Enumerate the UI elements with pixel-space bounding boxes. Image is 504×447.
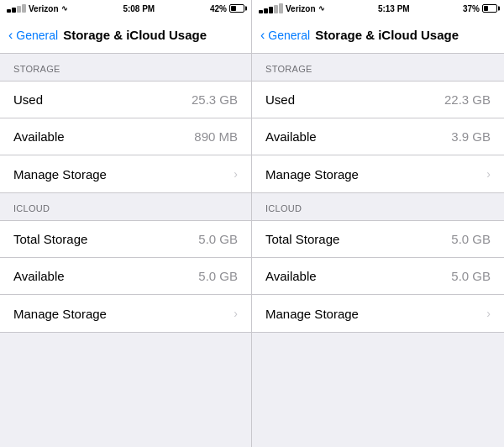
icloud-item-label: Total Storage [13,232,87,246]
icloud-list-group: Total Storage 5.0 GB Available 5.0 GB Ma… [252,220,504,333]
battery-percent-label: 42% [210,4,227,13]
icloud-item-right: 5.0 GB [198,232,238,246]
time-label: 5:08 PM [123,4,155,13]
battery-container [229,4,244,13]
storage-item-label: Available [13,129,65,144]
storage-section-header: STORAGE [0,54,251,81]
content-area: STORAGE Used 22.3 GB Available 3.9 GB Ma… [252,54,504,447]
status-bar: Verizon ∿ 5:08 PM 42% [0,0,251,17]
content-area: STORAGE Used 25.3 GB Available 890 MB Ma… [0,54,251,447]
icloud-list-group: Total Storage 5.0 GB Available 5.0 GB Ma… [0,220,251,333]
icloud-item-right: 5.0 GB [451,232,491,246]
storage-list-group: Used 25.3 GB Available 890 MB Manage Sto… [0,81,251,193]
chevron-icon: › [234,167,238,181]
nav-bar: ‹ General Storage & iCloud Usage [0,17,251,54]
icloud-item-label: Available [265,269,317,283]
battery-fill [484,6,488,11]
page-title: Storage & iCloud Usage [63,28,207,42]
icloud-item-2[interactable]: Manage Storage › [252,295,504,332]
carrier-label: Verizon [286,4,316,13]
back-button[interactable]: ‹ General [8,28,58,43]
back-chevron-icon: ‹ [260,28,265,43]
icloud-item-right: 5.0 GB [198,269,238,283]
chevron-icon: › [486,167,491,181]
status-left: Verizon ∿ [259,3,325,13]
time-label: 5:13 PM [378,4,410,13]
status-bar: Verizon ∿ 5:13 PM 37% [252,0,504,17]
icloud-item-1: Available 5.0 GB [0,258,251,295]
storage-item-value: 22.3 GB [444,92,491,107]
storage-item-label: Used [13,92,43,107]
storage-item-value: 3.9 GB [451,129,491,144]
wifi-icon: ∿ [61,4,68,13]
chevron-icon: › [486,307,491,320]
icloud-item-label: Total Storage [265,232,339,246]
back-label: General [268,29,310,42]
icloud-item-value: 5.0 GB [198,232,238,246]
storage-item-label: Manage Storage [13,167,107,181]
storage-item-2[interactable]: Manage Storage › [0,155,251,192]
battery-icon [229,4,244,13]
storage-item-0: Used 22.3 GB [252,82,504,118]
icloud-item-0: Total Storage 5.0 GB [0,221,251,258]
icloud-item-0: Total Storage 5.0 GB [252,221,504,258]
storage-item-right: › [483,167,491,181]
wifi-icon: ∿ [318,4,325,13]
storage-item-value: 25.3 GB [192,92,238,107]
icloud-item-label: Manage Storage [13,307,107,321]
back-button[interactable]: ‹ General [260,28,310,43]
storage-item-1: Available 3.9 GB [252,118,504,155]
icloud-item-1: Available 5.0 GB [252,258,504,295]
phone-panel-left: Verizon ∿ 5:08 PM 42% ‹ General [0,0,252,447]
icloud-item-value: 5.0 GB [451,232,491,246]
icloud-item-2[interactable]: Manage Storage › [0,295,251,332]
icloud-item-label: Available [13,269,65,283]
icloud-item-right: › [483,307,491,320]
storage-item-label: Used [265,92,295,107]
status-right: 37% [463,4,497,13]
icloud-item-value: 5.0 GB [451,269,491,283]
storage-item-right: 890 MB [194,129,238,144]
icloud-item-value: 5.0 GB [198,269,238,283]
status-left: Verizon ∿ [7,4,68,13]
storage-item-1: Available 890 MB [0,118,251,155]
nav-bar: ‹ General Storage & iCloud Usage [252,17,504,54]
status-right: 42% [210,4,244,13]
icloud-section-header: ICLOUD [252,193,504,220]
storage-item-right: 22.3 GB [444,92,491,107]
storage-section-header: STORAGE [252,54,504,81]
back-label: General [16,29,58,42]
storage-item-2[interactable]: Manage Storage › [252,155,504,192]
icloud-item-right: › [230,307,238,320]
back-chevron-icon: ‹ [8,28,13,43]
storage-item-label: Available [265,129,317,144]
storage-list-group: Used 22.3 GB Available 3.9 GB Manage Sto… [252,81,504,193]
battery-container [482,4,497,13]
phone-panel-right: Verizon ∿ 5:13 PM 37% ‹ General [252,0,504,447]
battery-percent-label: 37% [463,4,480,13]
icloud-section-header: ICLOUD [0,193,251,220]
icloud-item-right: 5.0 GB [451,269,491,283]
storage-item-right: 3.9 GB [451,129,491,144]
page-title: Storage & iCloud Usage [315,28,459,42]
battery-icon [482,4,497,13]
carrier-label: Verizon [29,4,59,13]
storage-item-right: 25.3 GB [192,92,238,107]
storage-item-right: › [230,167,238,181]
storage-item-0: Used 25.3 GB [0,82,251,118]
battery-fill [231,6,236,11]
storage-item-label: Manage Storage [265,167,359,181]
storage-item-value: 890 MB [194,129,238,144]
icloud-item-label: Manage Storage [265,307,359,321]
chevron-icon: › [234,307,238,320]
